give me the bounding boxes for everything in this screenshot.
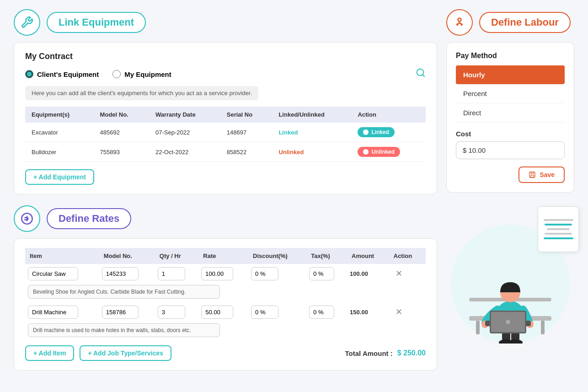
person-icon xyxy=(453,16,466,29)
cost-input[interactable] xyxy=(456,141,565,159)
item-name-input[interactable] xyxy=(28,306,78,319)
link-equipment-header: Link Equipment xyxy=(14,9,437,36)
add-job-type-button[interactable]: + Add Job Type/Services xyxy=(80,345,171,361)
item-tax-input[interactable] xyxy=(309,306,334,319)
define-rates-card: Item Model No. Qty / Hr Rate Discount(%)… xyxy=(14,238,437,371)
equipment-table: Equipment(s) Model No. Warranty Date Ser… xyxy=(25,107,426,162)
rates-col-rate: Rate xyxy=(198,248,248,264)
clients-equipment-radio[interactable] xyxy=(25,70,33,78)
rates-cell-model[interactable] xyxy=(99,264,155,283)
pay-option-direct[interactable]: Direct xyxy=(456,103,565,123)
rates-cell-item[interactable] xyxy=(25,264,99,283)
toggle-status-button[interactable]: Linked xyxy=(358,127,395,137)
remove-item-button[interactable]: ✕ xyxy=(392,267,406,280)
svg-rect-12 xyxy=(476,321,480,334)
define-labour-header: Define Labour xyxy=(446,9,574,36)
cell-warranty: 22-Oct-2022 xyxy=(149,142,220,162)
save-button[interactable]: Save xyxy=(519,166,565,183)
col-model: Model No. xyxy=(94,107,149,123)
rates-table-row: 100.00 ✕ xyxy=(25,264,426,283)
item-tax-input[interactable] xyxy=(309,267,334,280)
rates-col-discount: Discount(%) xyxy=(248,248,306,264)
person-illustration xyxy=(460,225,561,344)
remove-item-button[interactable]: ✕ xyxy=(392,305,406,319)
item-name-input[interactable] xyxy=(28,267,78,280)
save-icon xyxy=(529,171,536,178)
col-serial: Serial No xyxy=(220,107,273,123)
my-equipment-radio-label[interactable]: My Equipment xyxy=(112,70,171,78)
svg-rect-13 xyxy=(541,321,545,334)
cell-status: Linked xyxy=(272,123,351,142)
doc-line-1 xyxy=(544,219,573,221)
col-status: Linked/Unlinked xyxy=(272,107,351,123)
item-discount-input[interactable] xyxy=(251,306,278,319)
rates-cell-rate[interactable] xyxy=(198,302,248,322)
rates-table-header-row: Item Model No. Qty / Hr Rate Discount(%)… xyxy=(25,248,426,264)
total-amount: $ 250.00 xyxy=(397,349,426,357)
rates-cell-tax[interactable] xyxy=(306,264,347,283)
rates-col-action: Action xyxy=(389,248,426,264)
add-equipment-button[interactable]: + Add Equipment xyxy=(25,169,94,185)
rates-col-model: Model No. xyxy=(99,248,155,264)
rates-cell-discount[interactable] xyxy=(248,264,306,283)
item-model-input[interactable] xyxy=(102,267,139,280)
svg-point-25 xyxy=(506,320,510,324)
item-qty-input[interactable] xyxy=(158,306,185,319)
rates-cell-tax[interactable] xyxy=(306,302,347,322)
rates-cell-item[interactable] xyxy=(25,302,99,322)
toggle-dot xyxy=(363,149,369,155)
svg-line-1 xyxy=(422,75,424,76)
add-item-button[interactable]: + Add Item xyxy=(25,345,74,361)
rates-desc-cell: Beveling Shoe for Angled Cuts. Carbide B… xyxy=(25,283,426,302)
table-row: Excavator 485692 07-Sep-2022 148697 Link… xyxy=(25,123,426,142)
define-labour-icon-circle xyxy=(446,9,473,36)
my-equipment-radio[interactable] xyxy=(112,70,121,78)
search-icon xyxy=(416,68,426,78)
rates-cell-action[interactable]: ✕ xyxy=(389,264,426,283)
link-equipment-title: Link Equipment xyxy=(47,12,146,33)
item-rate-input[interactable] xyxy=(201,306,233,319)
rates-cell-qty[interactable] xyxy=(155,302,199,322)
define-labour-title: Define Labour xyxy=(479,12,571,33)
rates-cell-amount: 100.00 xyxy=(347,264,389,283)
cell-model: 485692 xyxy=(94,123,149,142)
pay-method-title: Pay Method xyxy=(456,52,565,60)
rates-cell-qty[interactable] xyxy=(155,264,199,283)
col-equipment: Equipment(s) xyxy=(25,107,94,123)
cell-action[interactable]: Unlinked xyxy=(351,142,426,162)
item-model-input[interactable] xyxy=(102,306,139,319)
rates-col-item: Item xyxy=(25,248,99,264)
rates-col-tax: Tax(%) xyxy=(306,248,347,264)
cell-serial: 858522 xyxy=(220,142,273,162)
rates-cell-amount: 150.00 xyxy=(347,302,389,322)
equipment-table-header-row: Equipment(s) Model No. Warranty Date Ser… xyxy=(25,107,426,123)
clients-equipment-radio-label[interactable]: Client's Equipment xyxy=(25,70,99,78)
rates-cell-model[interactable] xyxy=(99,302,155,322)
item-description: Drill machine is used to make holes in t… xyxy=(28,323,220,337)
rates-col-qty: Qty / Hr xyxy=(155,248,199,264)
rates-desc-cell: Drill machine is used to make holes in t… xyxy=(25,322,426,341)
toggle-dot xyxy=(363,129,369,135)
rates-table-row: 150.00 ✕ xyxy=(25,302,426,322)
item-description: Beveling Shoe for Angled Cuts. Carbide B… xyxy=(28,285,220,299)
item-qty-input[interactable] xyxy=(158,267,185,280)
equipment-radio-row: Client's Equipment My Equipment xyxy=(25,68,426,81)
wrench-icon xyxy=(21,16,33,29)
pay-option-hourly[interactable]: Hourly xyxy=(456,65,565,84)
pay-option-percent[interactable]: Percent xyxy=(456,84,565,103)
rates-table: Item Model No. Qty / Hr Rate Discount(%)… xyxy=(25,248,426,341)
rates-cell-discount[interactable] xyxy=(248,302,306,322)
info-text: Here you can add all the client's equipm… xyxy=(25,86,258,100)
link-equipment-icon-circle xyxy=(14,9,40,36)
my-contract-card: My Contract Client's Equipment My Equipm… xyxy=(14,42,437,194)
rates-cell-rate[interactable] xyxy=(198,264,248,283)
search-button[interactable] xyxy=(416,68,426,81)
item-discount-input[interactable] xyxy=(251,267,278,280)
item-rate-input[interactable] xyxy=(201,267,233,280)
rates-col-amount: Amount xyxy=(347,248,389,264)
toggle-status-button[interactable]: Unlinked xyxy=(358,147,400,157)
pay-method-card: Pay Method HourlyPercentDirect Cost Save xyxy=(446,42,574,193)
rates-desc-row: Drill machine is used to make holes in t… xyxy=(25,322,426,341)
rates-cell-action[interactable]: ✕ xyxy=(389,302,426,322)
cell-action[interactable]: Linked xyxy=(351,123,426,142)
